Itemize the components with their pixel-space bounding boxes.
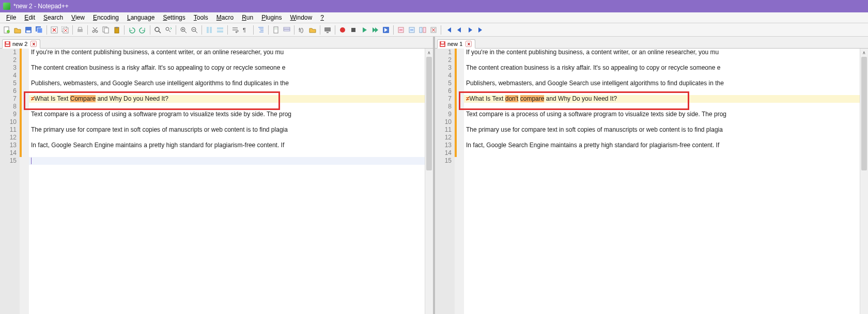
menu-settings[interactable]: Settings — [159, 13, 189, 22]
right-pane: new 1 × 123456789101112131415 If you're … — [435, 37, 868, 314]
new-file-icon[interactable] — [2, 25, 11, 35]
print-icon[interactable] — [75, 25, 85, 35]
text-line[interactable]: The primary use for compare text in soft… — [29, 126, 425, 134]
folder-icon[interactable] — [308, 25, 317, 35]
stop-icon[interactable] — [349, 25, 358, 35]
redo-icon[interactable] — [138, 25, 147, 35]
copy-icon[interactable] — [101, 25, 111, 35]
menu-view[interactable]: View — [67, 13, 89, 22]
text-line[interactable] — [464, 149, 860, 157]
play-multi-icon[interactable] — [370, 25, 380, 35]
text-line[interactable] — [29, 87, 425, 95]
text-line[interactable] — [464, 118, 860, 126]
doc-map-icon[interactable] — [271, 25, 281, 35]
nav-next-icon[interactable] — [466, 25, 475, 35]
text-line[interactable]: If you're in the content publishing busi… — [464, 49, 860, 56]
text-line[interactable] — [464, 87, 860, 95]
text-line[interactable] — [464, 56, 860, 64]
compare-prev-icon[interactable] — [407, 25, 416, 35]
scroll-thumb[interactable] — [861, 57, 867, 170]
undo-icon[interactable] — [127, 25, 136, 35]
compare-clear-icon[interactable] — [429, 25, 438, 35]
menu-file[interactable]: File — [2, 13, 20, 22]
play-icon[interactable] — [360, 25, 369, 35]
text-line[interactable]: ≠What Is Text Compare and Why Do you Nee… — [29, 95, 425, 103]
save-all-icon[interactable] — [35, 25, 44, 35]
nav-prev-icon[interactable] — [455, 25, 464, 35]
save-icon[interactable] — [24, 25, 33, 35]
find-icon[interactable] — [153, 25, 162, 35]
text-line[interactable]: The primary use for compare text in soft… — [464, 126, 860, 134]
text-area[interactable]: If you're in the content publishing busi… — [29, 49, 425, 314]
text-line[interactable]: The content creation business is a risky… — [464, 64, 860, 72]
word-wrap-icon[interactable] — [230, 25, 240, 35]
compare-icon[interactable] — [418, 25, 427, 35]
scroll-up-icon[interactable]: ∧ — [860, 49, 868, 57]
text-line[interactable]: The content creation business is a risky… — [29, 64, 425, 72]
text-line[interactable]: Publishers, webmasters, and Google Searc… — [29, 80, 425, 87]
text-line[interactable]: If you're in the content publishing busi… — [29, 49, 425, 56]
vertical-scrollbar[interactable]: ∧ — [860, 49, 868, 314]
text-line[interactable] — [464, 103, 860, 111]
text-line[interactable]: In fact, Google Search Engine maintains … — [29, 142, 425, 149]
tab-new-1[interactable]: new 1 × — [437, 39, 475, 49]
menu-run[interactable]: Run — [238, 13, 257, 22]
text-line[interactable]: Text compare is a process of using a sof… — [29, 111, 425, 118]
sync-h-icon[interactable] — [215, 25, 225, 35]
text-line[interactable] — [29, 149, 425, 157]
zoom-in-icon[interactable] — [179, 25, 188, 35]
text-line[interactable] — [464, 157, 860, 165]
text-line[interactable] — [29, 118, 425, 126]
scroll-thumb[interactable] — [426, 57, 432, 170]
left-editor[interactable]: 123456789101112131415 If you're in the c… — [0, 49, 433, 314]
text-line[interactable] — [464, 72, 860, 80]
zoom-out-icon[interactable] — [190, 25, 199, 35]
menu-search[interactable]: Search — [39, 13, 67, 22]
right-editor[interactable]: 123456789101112131415 If you're in the c… — [435, 49, 868, 314]
text-line[interactable] — [29, 56, 425, 64]
func-list-icon[interactable]: f() — [297, 25, 306, 35]
nav-first-icon[interactable] — [444, 25, 453, 35]
menu-plugins[interactable]: Plugins — [257, 13, 286, 22]
record-icon[interactable] — [338, 25, 347, 35]
menu-edit[interactable]: Edit — [20, 13, 39, 22]
indent-guide-icon[interactable] — [256, 25, 266, 35]
nav-last-icon[interactable] — [476, 25, 486, 35]
compare-first-icon[interactable] — [396, 25, 406, 35]
show-all-icon[interactable]: ¶ — [241, 25, 251, 35]
menu-window[interactable]: Window — [286, 13, 317, 22]
fold-slot — [22, 134, 29, 142]
save-macro-icon[interactable] — [381, 25, 391, 35]
cut-icon[interactable] — [90, 25, 100, 35]
close-all-icon[interactable] — [60, 25, 70, 35]
menu-language[interactable]: Language — [123, 13, 159, 22]
menu-tools[interactable]: Tools — [190, 13, 212, 22]
text-line[interactable] — [464, 134, 860, 142]
text-area[interactable]: If you're in the content publishing busi… — [464, 49, 860, 314]
tab-new-2[interactable]: new 2 × — [2, 39, 40, 49]
line-number: 1 — [0, 49, 17, 56]
close-icon[interactable] — [50, 25, 59, 35]
text-line[interactable] — [29, 72, 425, 80]
scroll-up-icon[interactable]: ∧ — [425, 49, 433, 57]
menu-macro[interactable]: Macro — [212, 13, 238, 22]
text-line[interactable]: Text compare is a process of using a sof… — [464, 111, 860, 118]
monitor-icon[interactable] — [323, 25, 332, 35]
text-line[interactable] — [29, 103, 425, 111]
text-line[interactable]: In fact, Google Search Engine maintains … — [464, 142, 860, 149]
close-tab-icon[interactable]: × — [466, 41, 472, 47]
close-tab-icon[interactable]: × — [30, 41, 37, 47]
replace-icon[interactable] — [164, 25, 173, 35]
text-line[interactable] — [29, 157, 425, 165]
menu-encoding[interactable]: Encoding — [89, 13, 123, 22]
paste-icon[interactable] — [112, 25, 121, 35]
text-line[interactable]: ≠What Is Text don't compare and Why Do y… — [464, 95, 860, 103]
text-line[interactable] — [29, 134, 425, 142]
text-line[interactable]: Publishers, webmasters, and Google Searc… — [464, 80, 860, 87]
open-file-icon[interactable] — [13, 25, 22, 35]
svg-rect-26 — [274, 27, 278, 33]
doc-list-icon[interactable] — [282, 25, 291, 35]
sync-v-icon[interactable] — [205, 25, 214, 35]
vertical-scrollbar[interactable]: ∧ — [425, 49, 433, 314]
menu-help[interactable]: ? — [316, 13, 328, 22]
